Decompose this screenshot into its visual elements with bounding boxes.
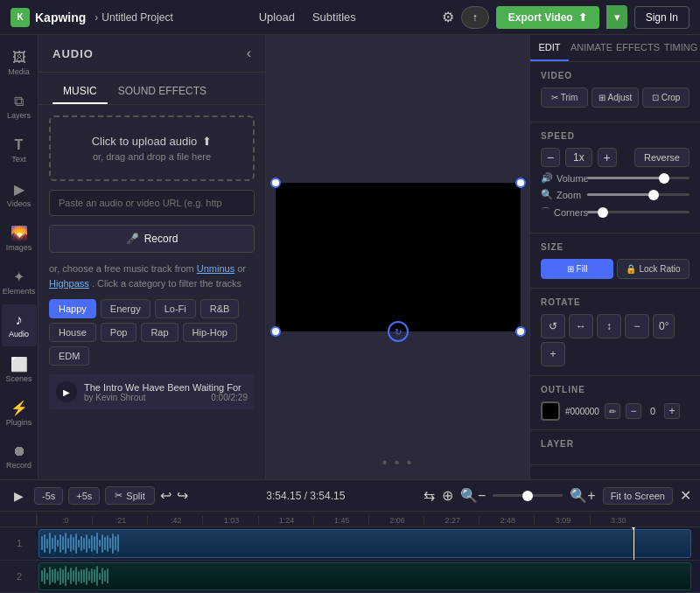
sidebar-item-videos[interactable]: ▶ Videos — [2, 173, 37, 215]
tag-hiphop[interactable]: Hip-Hop — [183, 323, 237, 342]
url-input[interactable] — [49, 190, 255, 216]
lock-ratio-button[interactable]: 🔒 Lock Ratio — [617, 259, 690, 279]
zoom-in-button[interactable]: 🔍+ — [570, 487, 595, 504]
zoom-icon: 🔍 — [541, 189, 553, 200]
volume-thumb[interactable] — [659, 173, 669, 184]
handle-top-left[interactable] — [270, 178, 281, 188]
breadcrumb: › Untitled Project — [94, 11, 172, 24]
zoom-thumb[interactable] — [648, 190, 659, 200]
tag-house[interactable]: House — [49, 323, 96, 342]
track-info: The Intro We Have Been Waiting For by Ke… — [84, 382, 248, 402]
settings-button[interactable]: ⚙ — [442, 9, 454, 25]
tag-energy[interactable]: Energy — [101, 299, 150, 318]
sidebar-item-scenes[interactable]: ⬜ Scenes — [2, 348, 37, 390]
sidebar-item-layers[interactable]: ⧉ Layers — [2, 86, 37, 128]
project-name[interactable]: Untitled Project — [102, 11, 172, 24]
video-section-title: VIDEO — [541, 71, 690, 80]
sidebar-item-images[interactable]: 🌄 Images — [2, 217, 37, 259]
collapse-button[interactable]: ‹ — [247, 45, 251, 61]
rotate-minus-button[interactable]: − — [625, 314, 649, 338]
tab-edit[interactable]: EDIT — [530, 35, 569, 61]
fit-to-screen-button[interactable]: Fit to Screen — [603, 487, 673, 505]
split-icon-btn[interactable]: ⊕ — [442, 487, 453, 504]
subtitles-link[interactable]: Subtitles — [312, 10, 356, 24]
zoom-slider-thumb[interactable] — [522, 491, 533, 501]
handle-center[interactable]: ↻ — [388, 321, 409, 342]
images-icon: 🌄 — [10, 225, 28, 241]
tab-music[interactable]: MUSIC — [52, 80, 108, 104]
volume-slider[interactable] — [587, 177, 690, 179]
handle-bottom-left[interactable] — [270, 326, 281, 337]
sidebar-item-text[interactable]: T Text — [2, 129, 37, 171]
crop-button[interactable]: ⊡ Crop — [642, 87, 690, 108]
plugins-icon: ⚡ — [10, 400, 28, 416]
split-button[interactable]: ✂ Split — [105, 486, 154, 505]
corners-thumb[interactable] — [598, 207, 608, 218]
skip-back-button[interactable]: -5s — [34, 487, 63, 505]
sidebar-item-plugins[interactable]: ⚡ Plugins — [2, 392, 37, 434]
outline-minus-button[interactable]: − — [626, 403, 641, 419]
sidebar-item-record[interactable]: ⏺ Record — [2, 436, 37, 478]
track-play-button[interactable]: ▶ — [56, 381, 77, 402]
zoom-out-button[interactable]: 🔍− — [460, 487, 486, 504]
sidebar-label-images: Images — [6, 243, 32, 252]
export-button[interactable]: Export Video ⬆ — [496, 6, 599, 29]
timeline-close-button[interactable]: ✕ — [680, 487, 691, 504]
reverse-button[interactable]: Reverse — [634, 148, 690, 167]
export-dropdown-button[interactable]: ▾ — [606, 5, 627, 29]
outline-plus-button[interactable]: + — [664, 403, 680, 419]
rotate-plus-button[interactable]: + — [541, 342, 565, 366]
outline-color-swatch[interactable] — [541, 401, 560, 421]
canvas-dots: • • • — [382, 455, 414, 471]
play-button[interactable]: ▶ — [9, 485, 29, 506]
tag-happy[interactable]: Happy — [49, 299, 96, 318]
fill-button[interactable]: ⊞ Fill — [541, 259, 613, 279]
tag-rap[interactable]: Rap — [141, 323, 178, 342]
zoom-slider-timeline[interactable] — [493, 494, 563, 497]
audio-panel: AUDIO ‹ MUSIC SOUND EFFECTS Click to upl… — [38, 35, 266, 479]
outline-edit-button[interactable]: ✏ — [605, 403, 620, 419]
track-clip-2[interactable] — [38, 562, 691, 591]
corners-slider[interactable] — [587, 211, 690, 213]
tab-timing[interactable]: TIMING — [662, 35, 700, 61]
tag-lofi[interactable]: Lo-Fi — [155, 299, 196, 318]
handle-top-right[interactable] — [515, 178, 526, 188]
media-icon: 🖼 — [12, 50, 26, 66]
speed-minus-button[interactable]: − — [541, 148, 560, 167]
zoom-slider[interactable] — [587, 193, 690, 196]
redo-button[interactable]: ↪ — [177, 487, 188, 504]
share-button[interactable]: ↑ — [461, 6, 489, 29]
tag-rnb[interactable]: R&B — [200, 299, 240, 318]
signin-button[interactable]: Sign In — [634, 6, 690, 29]
playhead[interactable] — [634, 527, 634, 560]
trim-button[interactable]: ✂ Trim — [541, 87, 588, 108]
tab-sound-effects[interactable]: SOUND EFFECTS — [108, 80, 217, 104]
playhead-triangle — [629, 527, 638, 530]
microphone-icon: 🎤 — [126, 233, 139, 245]
sidebar-item-audio[interactable]: ♪ Audio — [2, 304, 37, 346]
sidebar-item-elements[interactable]: ✦ Elements — [2, 261, 37, 303]
flip-h-button[interactable]: ↔ — [569, 314, 593, 338]
flip-v-button[interactable]: ↕ — [597, 314, 621, 338]
unminus-link[interactable]: Unminus — [197, 263, 234, 274]
tag-edm[interactable]: EDM — [49, 346, 89, 366]
waveform-1 — [39, 530, 690, 557]
record-button[interactable]: 🎤 Record — [49, 225, 255, 253]
tag-pop[interactable]: Pop — [101, 323, 137, 342]
skip-fwd-button[interactable]: +5s — [68, 487, 100, 505]
sidebar-label-videos: Videos — [7, 199, 31, 208]
sidebar-item-media[interactable]: 🖼 Media — [2, 42, 37, 84]
rotate-ccw-button[interactable]: ↺ — [541, 314, 565, 338]
track-clip-1[interactable] — [38, 529, 691, 558]
tab-animate[interactable]: ANIMATE — [569, 35, 614, 61]
handle-bottom-right[interactable] — [515, 326, 526, 337]
upload-zone[interactable]: Click to upload audio ⬆ or, drag and dro… — [49, 115, 255, 181]
highpass-link[interactable]: Highpass — [49, 278, 89, 289]
speed-plus-button[interactable]: + — [598, 148, 617, 167]
tab-effects[interactable]: EFFECTS — [614, 35, 662, 61]
mute-button[interactable]: ⇆ — [424, 487, 435, 504]
video-canvas[interactable]: ↻ — [276, 183, 521, 331]
undo-button[interactable]: ↩ — [160, 487, 172, 504]
upload-link[interactable]: Upload — [259, 10, 295, 24]
adjust-button[interactable]: ⊞ Adjust — [592, 87, 639, 108]
